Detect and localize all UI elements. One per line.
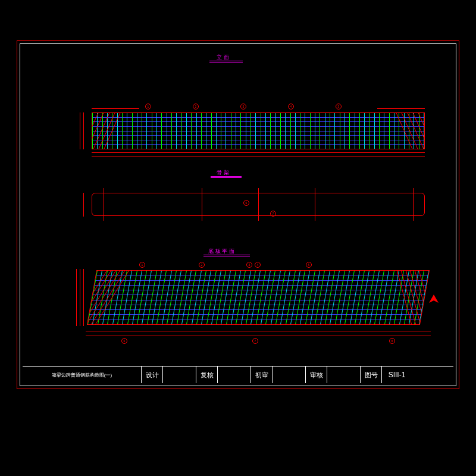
tb-review-label: 初审 [251, 367, 273, 383]
end-hooks-right [404, 112, 425, 149]
callout-p3: 3 [246, 262, 252, 268]
drawing-title-cell: 箱梁边跨普通钢筋构造图(一) [23, 367, 142, 383]
frame-tie [413, 188, 414, 221]
end-hooks-left [92, 112, 112, 149]
dim-left-plan-2 [80, 269, 80, 326]
tb-num-value: SIII-1 [382, 367, 412, 383]
callout-5: 5 [336, 104, 342, 109]
dim-overall-elev [92, 152, 425, 153]
callout-p2: 2 [199, 262, 205, 268]
stirrups-elev [92, 113, 424, 149]
dim-left-frame [83, 193, 84, 217]
dim-top-right-elev [377, 108, 425, 109]
callout-2: 2 [193, 104, 199, 109]
frame-tie [104, 188, 104, 221]
dim-left-plan-3 [76, 269, 77, 326]
svg-marker-0 [429, 295, 439, 303]
callout-p1: 1 [139, 262, 145, 268]
orientation-mark [428, 294, 439, 305]
plan-view [87, 270, 430, 325]
tb-design-value [163, 367, 196, 383]
frame-tie [258, 188, 259, 221]
elevation-view [92, 112, 425, 149]
tb-approve-label: 审核 [306, 367, 327, 383]
end-hooks-right-plan [399, 270, 430, 325]
frame-tie [315, 188, 315, 221]
dim-top-left-elev [92, 108, 139, 109]
tb-approve-value [327, 367, 361, 383]
stirrups-plan [87, 271, 429, 324]
drawing-border-inner: 立 面 1 2 3 4 5 [20, 43, 456, 386]
title-underline-2 [211, 176, 242, 177]
tb-design-label: 设计 [142, 367, 163, 383]
callout-p4: 4 [255, 262, 261, 268]
callout-3: 3 [240, 104, 246, 109]
frame-view: 6 7 [92, 188, 425, 221]
callout-pb1: 6 [121, 338, 127, 344]
callout-p5: 5 [306, 262, 312, 268]
tb-review-value [273, 367, 306, 383]
callout-pb2: 7 [252, 338, 258, 344]
dim-overall-elev-2 [92, 156, 425, 156]
callout-4: 4 [288, 104, 294, 109]
callout-1: 1 [145, 104, 151, 109]
title-underline-3b [203, 256, 250, 256]
dim-left-elev-2 [80, 112, 80, 149]
frame-tie [202, 188, 202, 221]
dim-overall-plan-2 [86, 336, 431, 336]
title-underline-1b [209, 62, 243, 62]
tb-check-value [218, 367, 251, 383]
title-block: 箱梁边跨普通钢筋构造图(一) 设计 复核 初审 审核 图号 SIII-1 [23, 366, 453, 383]
drawing-border-outer: 立 面 1 2 3 4 5 [17, 40, 459, 389]
title-underline-2b [211, 177, 242, 178]
title-underline-3 [203, 255, 250, 255]
dim-overall-plan [86, 331, 431, 331]
callout-6: 6 [243, 200, 249, 206]
dim-left-elev [83, 112, 84, 149]
dim-left-plan [83, 269, 84, 326]
tb-check-label: 复核 [196, 367, 218, 383]
callout-pb3: 8 [389, 338, 395, 344]
callout-7: 7 [270, 211, 276, 217]
title-underline-1 [209, 61, 243, 61]
tb-num-label: 图号 [361, 367, 382, 383]
